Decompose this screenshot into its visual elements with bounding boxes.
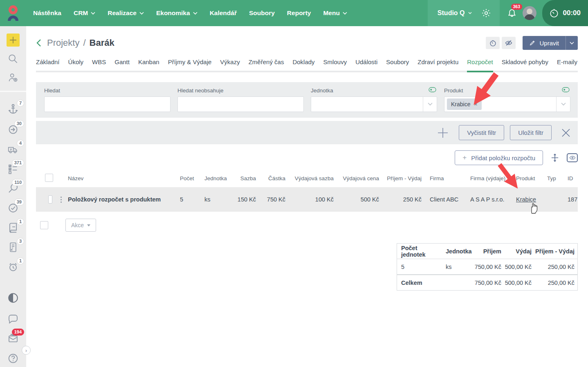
- edit-button[interactable]: Upravit: [523, 36, 566, 50]
- sidebar-inbox-button[interactable]: 194: [7, 332, 19, 344]
- sidebar-add-button[interactable]: [7, 34, 20, 47]
- back-chevron-icon[interactable]: [36, 39, 42, 47]
- tab-emaily[interactable]: E-maily: [557, 58, 577, 71]
- user-avatar[interactable]: [523, 6, 536, 20]
- nav-item-reporty[interactable]: Reporty: [287, 9, 311, 17]
- time-tracker[interactable]: 00:00: [542, 0, 588, 26]
- sidebar-history-button[interactable]: 30: [7, 123, 19, 136]
- summary-col-prijem-vydaj: Příjem - Výdaj: [532, 248, 577, 255]
- tab-wbs[interactable]: WBS: [92, 58, 106, 71]
- gear-icon[interactable]: [481, 8, 491, 18]
- sidebar-search-items-button[interactable]: 110: [7, 182, 19, 195]
- sidebar-ambulance-button[interactable]: 4: [7, 143, 19, 155]
- unwatch-button[interactable]: [502, 37, 516, 49]
- col-vydajova-sazba[interactable]: Výdajová sazba: [285, 175, 334, 181]
- edit-dropdown-button[interactable]: [566, 36, 578, 50]
- save-filter-button[interactable]: Uložit filtr: [510, 125, 552, 140]
- close-filter-icon[interactable]: [561, 128, 571, 138]
- nav-item-nastenka[interactable]: Nástěnka: [33, 9, 61, 17]
- chevron-down-icon: [343, 12, 347, 15]
- workspace-name: Studio Q: [438, 9, 465, 17]
- start-timer-button[interactable]: [486, 37, 500, 49]
- cell-firma: Client ABC: [422, 196, 462, 203]
- tab-gantt[interactable]: Gantt: [114, 58, 130, 71]
- nav-item-crm[interactable]: CRM: [74, 9, 95, 17]
- nav-item-ekonomika[interactable]: Ekonomika: [156, 9, 197, 17]
- tab-prijmy-vydaje[interactable]: Příjmy & Výdaje: [168, 58, 212, 71]
- search-not-input[interactable]: [177, 96, 304, 112]
- search-input[interactable]: [44, 96, 171, 112]
- sidebar-help-button[interactable]: [7, 352, 19, 365]
- tab-zmereny-cas[interactable]: Změřený čas: [249, 58, 284, 71]
- nav-item-menu[interactable]: Menu: [323, 9, 347, 17]
- page-title: Barák: [90, 38, 114, 48]
- col-id[interactable]: ID: [568, 175, 579, 181]
- notifications-bell[interactable]: 363: [506, 7, 518, 19]
- app-logo[interactable]: [0, 0, 26, 26]
- tab-kanban[interactable]: Kanban: [138, 58, 159, 71]
- tab-zdravi-projektu[interactable]: Zdraví projektu: [417, 58, 458, 71]
- unit-select[interactable]: [311, 96, 437, 112]
- plus-icon: [9, 36, 17, 44]
- col-typ[interactable]: Typ: [547, 175, 568, 181]
- nav-item-kalendar[interactable]: Kalendář: [210, 9, 237, 17]
- tab-zakladni[interactable]: Základní: [36, 58, 60, 71]
- sidebar-expand-button[interactable]: ›: [22, 346, 31, 355]
- sidebar-book-button[interactable]: 1: [7, 222, 19, 234]
- col-sazba[interactable]: Sazba: [224, 175, 256, 181]
- table-header-row: Název Počet Jednotka Sazba Částka Výdajo…: [36, 169, 578, 187]
- sidebar-contrast-toggle[interactable]: [7, 292, 19, 304]
- col-produkt[interactable]: Produkt: [508, 175, 547, 181]
- cell-produkt-link[interactable]: Krabice: [516, 196, 536, 203]
- filter-toggle-icon[interactable]: [429, 87, 436, 92]
- unit-select-caret[interactable]: [423, 97, 437, 112]
- summary-cell: 500,00 Kč: [501, 264, 532, 270]
- nav-item-realizace[interactable]: Realizace: [108, 9, 144, 17]
- main-content: Projekty / Barák Upravit Základní Úkoly: [26, 36, 588, 291]
- nav-item-soubory[interactable]: Soubory: [249, 9, 275, 17]
- col-firma[interactable]: Firma: [422, 175, 462, 181]
- tab-vykazy[interactable]: Výkazy: [220, 58, 240, 71]
- chip-remove-icon[interactable]: ×: [474, 101, 477, 107]
- sidebar-approvals-button[interactable]: 39: [7, 202, 19, 214]
- col-nazev[interactable]: Název: [68, 175, 166, 181]
- clear-filter-button[interactable]: Vyčistit filtr: [459, 125, 504, 140]
- col-castka[interactable]: Částka: [256, 175, 285, 181]
- akce-button[interactable]: Akce: [65, 219, 96, 232]
- notifications-count-badge: 363: [511, 4, 523, 10]
- sidebar-chat-button[interactable]: [7, 313, 19, 325]
- sidebar-alarm-button[interactable]: 1: [7, 261, 19, 273]
- tab-skladove-pohyby[interactable]: Skladové pohyby: [502, 58, 548, 71]
- col-firma-vydaje[interactable]: Firma (výdaje): [462, 175, 508, 181]
- breadcrumb-parent[interactable]: Projekty: [47, 38, 79, 48]
- tab-smlouvy[interactable]: Smlouvy: [323, 58, 347, 71]
- bulk-select-checkbox[interactable]: [40, 221, 48, 229]
- workspace-switcher[interactable]: Studio Q: [428, 0, 500, 26]
- column-visibility-button[interactable]: [567, 153, 578, 162]
- col-jednotka[interactable]: Jednotka: [191, 175, 224, 181]
- product-select-caret[interactable]: [556, 97, 570, 112]
- col-vydajova-cena[interactable]: Výdajová cena: [334, 175, 379, 181]
- sidebar-invoice-button[interactable]: 3: [7, 241, 19, 253]
- row-menu-icon[interactable]: [58, 197, 64, 203]
- sidebar-tasks-button[interactable]: 371: [7, 163, 19, 175]
- left-sidebar: 7 30 4 371 110 39 1 3 1 194: [0, 26, 26, 367]
- row-checkbox[interactable]: [48, 195, 52, 204]
- add-budget-item-button[interactable]: + Přidat položku rozpočtu: [455, 150, 543, 165]
- cell-nazev[interactable]: Položkový rozpočet s produktem: [68, 196, 166, 203]
- tab-doklady[interactable]: Doklady: [292, 58, 314, 71]
- select-all-checkbox[interactable]: [45, 174, 53, 182]
- col-prijem-vydaj[interactable]: Příjem - Výdaj: [379, 175, 422, 181]
- filter-toggle-icon[interactable]: [562, 87, 570, 92]
- sidebar-anchor-button[interactable]: 7: [7, 103, 19, 115]
- product-select[interactable]: Krabice ×: [444, 96, 570, 112]
- col-pocet[interactable]: Počet: [166, 175, 191, 181]
- row-height-icon[interactable]: [550, 152, 560, 163]
- tab-soubory[interactable]: Soubory: [386, 58, 409, 71]
- tab-udalosti[interactable]: Události: [355, 58, 377, 71]
- add-filter-button[interactable]: [437, 127, 449, 139]
- sidebar-search-button[interactable]: [7, 53, 19, 65]
- sidebar-add-contact-button[interactable]: [7, 72, 19, 83]
- tab-ukoly[interactable]: Úkoly: [68, 58, 84, 71]
- tab-rozpocet[interactable]: Rozpočet: [467, 58, 493, 72]
